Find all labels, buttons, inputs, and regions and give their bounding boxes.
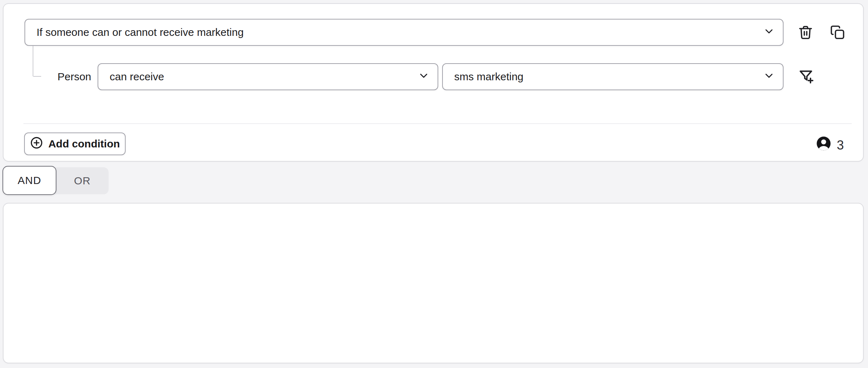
trash-icon <box>797 24 814 42</box>
subject-label: Person <box>57 70 91 83</box>
channel-value-1: sms marketing <box>454 71 523 83</box>
connector-line <box>33 46 33 76</box>
duplicate-group-button-1[interactable] <box>828 23 847 43</box>
segment-condition-builder: If someone can or cannot receive marketi… <box>0 0 868 368</box>
operator-value-1: can receive <box>110 71 164 83</box>
chevron-down-icon <box>763 70 775 84</box>
profile-count-1: 3 <box>816 136 844 154</box>
add-condition-label: Add condition <box>48 138 120 150</box>
plus-circle-icon <box>30 136 43 152</box>
add-filter-button-1[interactable] <box>796 67 816 87</box>
group-divider <box>23 123 852 124</box>
filter-plus-icon <box>797 67 815 86</box>
add-condition-button-1[interactable]: Add condition <box>24 132 126 155</box>
chevron-down-icon <box>763 25 775 40</box>
or-button[interactable]: OR <box>56 167 109 194</box>
condition-group-2: Properties about someone birthday is not… <box>3 203 864 363</box>
and-button[interactable]: AND <box>2 166 56 195</box>
connector-line <box>33 76 41 77</box>
profile-count-value: 3 <box>837 138 844 153</box>
delete-group-button-1[interactable] <box>796 23 815 43</box>
channel-select-1[interactable]: sms marketing <box>442 63 784 90</box>
condition-group-1: If someone can or cannot receive marketi… <box>3 3 864 162</box>
condition-type-select-1[interactable]: If someone can or cannot receive marketi… <box>24 19 784 46</box>
condition-type-value-1: If someone can or cannot receive marketi… <box>37 26 244 38</box>
person-badge-icon <box>816 136 831 154</box>
chevron-down-icon <box>418 70 430 84</box>
operator-select-1[interactable]: can receive <box>98 63 438 90</box>
copy-icon <box>829 24 846 42</box>
